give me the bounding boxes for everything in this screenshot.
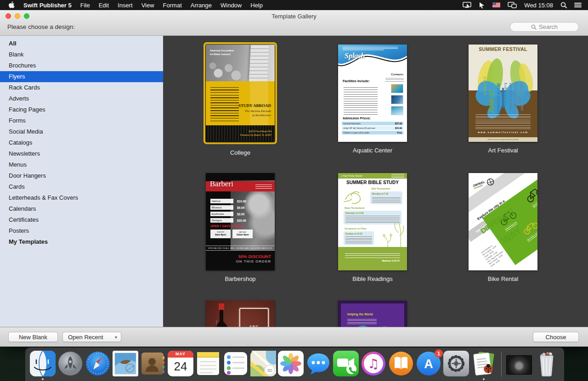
art-thumbnail[interactable]: MONDAY JUNE 17 MIDNIGHT CLUB Canterbury … — [469, 45, 537, 142]
search-icon — [531, 24, 537, 30]
dock: MAY 24 3D ♫ A 1 — [25, 347, 564, 381]
new-blank-button[interactable]: New Blank — [8, 332, 58, 342]
sidebar-item-door-hangers[interactable]: Door Hangers — [0, 170, 163, 181]
template-card-bike[interactable]: Opening hours 2WHEEL WONDER — [466, 173, 540, 282]
swift-publisher-dock-icon[interactable] — [471, 351, 497, 376]
menu-clock[interactable]: Wed 15:08 — [524, 2, 553, 9]
menu-app-name[interactable]: Swift Publisher 5 — [23, 2, 72, 9]
ibooks-dock-icon[interactable] — [388, 351, 414, 376]
notes-dock-icon[interactable] — [195, 351, 221, 376]
template-card-catering[interactable]: ABC Catering Services — [204, 301, 277, 327]
template-card-college[interactable]: American Association for Better Learners… — [204, 42, 277, 156]
displays-icon[interactable] — [508, 2, 517, 8]
launchpad-dock-icon[interactable] — [57, 351, 83, 376]
sidebar-item-menus[interactable]: Menus — [0, 159, 163, 170]
sidebar-item-blank[interactable]: Blank — [0, 49, 163, 60]
catering-thumbnail[interactable]: ABC Catering Services — [206, 301, 275, 327]
menu-edit[interactable]: Edit — [99, 2, 109, 9]
aquatic-facilities-list — [344, 85, 378, 115]
finder-dock-icon[interactable] — [30, 351, 56, 376]
maps-dock-icon[interactable]: 3D — [250, 351, 276, 376]
college-title: STUDY ABROAD — [238, 103, 271, 108]
helping-panel: Helping the World — [341, 303, 404, 327]
minimized-window-thumbnail[interactable] — [506, 351, 532, 376]
menu-arrange[interactable]: Arrange — [191, 2, 212, 9]
sidebar-item-my-templates[interactable]: My Templates — [0, 236, 163, 247]
mail-dock-icon[interactable] — [113, 351, 138, 376]
safari-dock-icon[interactable] — [85, 351, 111, 376]
college-yellow-band: STUDY ABROAD The Various Periods of Arch… — [206, 81, 275, 125]
reminders-dock-icon[interactable] — [223, 351, 249, 376]
messages-dock-icon[interactable] — [305, 351, 331, 376]
menu-bar: Swift Publisher 5 File Edit Insert View … — [0, 0, 588, 10]
sidebar-item-flyers[interactable]: Flyers — [0, 71, 163, 82]
template-card-bible[interactable]: + Holy Trinity Church SUMMER BIBLE STUDY… — [336, 173, 409, 282]
photos-dock-icon[interactable] — [278, 351, 304, 376]
sidebar-item-brochures[interactable]: Brochures — [0, 60, 163, 71]
bike-thumbnail[interactable]: Opening hours 2WHEEL WONDER — [469, 173, 537, 270]
bible-thumbnail[interactable]: + Holy Trinity Church SUMMER BIBLE STUDY… — [338, 173, 407, 270]
sidebar-item-posters[interactable]: Posters — [0, 225, 163, 236]
itunes-dock-icon[interactable]: ♫ — [361, 351, 386, 376]
svg-text:A: A — [424, 357, 433, 371]
us-flag-input-source-icon[interactable] — [492, 2, 500, 8]
art-paragraph — [475, 120, 531, 123]
menu-help[interactable]: Help — [250, 2, 263, 9]
choose-button[interactable]: Choose — [533, 332, 579, 342]
art-paragraph — [475, 125, 531, 129]
sidebar-item-certificates[interactable]: Certificates — [0, 214, 163, 225]
template-card-barbershop[interactable]: Barberi Haircut $10.00 Blowout $9.00 Eye… — [204, 173, 277, 282]
wine-bottle-graphic — [211, 303, 232, 327]
contacts-dock-icon[interactable] — [140, 351, 166, 376]
template-name-art: Art Festival — [488, 147, 518, 154]
remote-pointer-icon[interactable] — [479, 2, 485, 9]
menu-window[interactable]: Window — [220, 2, 242, 9]
choose-design-prompt: Please choose a design: — [7, 23, 75, 30]
plant-graphic — [379, 219, 406, 247]
search-input[interactable]: Search — [510, 22, 579, 32]
bible-section-2: New Testament — [345, 207, 365, 209]
trash-dock-icon[interactable] — [534, 351, 560, 376]
sidebar-item-facing-pages[interactable]: Facing Pages — [0, 104, 163, 115]
sidebar-item-all[interactable]: All — [0, 38, 163, 49]
svg-text:♫: ♫ — [368, 356, 379, 371]
sidebar-item-catalogs[interactable]: Catalogs — [0, 137, 163, 148]
bible-section-1: Old Testament — [371, 187, 390, 190]
sidebar-item-calendars[interactable]: Calendars — [0, 203, 163, 214]
apple-logo-icon[interactable] — [8, 1, 15, 9]
sidebar-item-forms[interactable]: Forms — [0, 115, 163, 126]
sidebar-item-cards[interactable]: Cards — [0, 181, 163, 192]
menu-insert[interactable]: Insert — [118, 2, 133, 9]
aquatic-admission-heading: Admission Prices: — [343, 117, 371, 120]
app-store-dock-icon[interactable]: A 1 — [416, 351, 441, 376]
menu-file[interactable]: File — [80, 2, 90, 9]
sidebar-item-letterheads[interactable]: Letterheads & Fax Covers — [0, 192, 163, 203]
menu-view[interactable]: View — [141, 2, 154, 9]
college-thumbnail[interactable]: American Association for Better Learners… — [206, 45, 275, 142]
sidebar-item-newsletters[interactable]: Newsletters — [0, 148, 163, 159]
spotlight-search-icon[interactable] — [560, 2, 567, 8]
display-mirroring-icon[interactable] — [463, 2, 471, 8]
open-recent-dropdown[interactable]: Open Recent ▾ — [62, 332, 121, 342]
barbershop-schedule-1: mon-fri 9am-8pm — [210, 230, 231, 238]
sidebar-item-social-media[interactable]: Social Media — [0, 126, 163, 137]
calendar-month: MAY — [168, 351, 193, 358]
sidebar-item-adverts[interactable]: Adverts — [0, 93, 163, 104]
template-card-art[interactable]: MONDAY JUNE 17 MIDNIGHT CLUB Canterbury … — [466, 45, 540, 154]
art-paragraph — [475, 114, 531, 118]
art-word-midnight-club: MIDNIGHT CLUB — [496, 56, 501, 116]
bike-graphic — [523, 184, 537, 204]
template-card-helping[interactable]: Helping the World — [336, 301, 409, 327]
barbershop-thumbnail[interactable]: Barberi Haircut $10.00 Blowout $9.00 Eye… — [206, 173, 275, 270]
sidebar-item-rack-cards[interactable]: Rack Cards — [0, 82, 163, 93]
helping-thumbnail[interactable]: Helping the World — [338, 301, 407, 327]
menu-format[interactable]: Format — [163, 2, 182, 9]
calendar-dock-icon[interactable]: MAY 24 — [168, 351, 193, 376]
facetime-dock-icon[interactable] — [333, 351, 359, 376]
barbershop-discount: 50% DISCOUNT — [238, 254, 271, 259]
template-card-aquatic[interactable]: Splash Aquatic Center Contacts: Faciliti… — [336, 45, 409, 154]
college-bullet-list — [210, 85, 239, 121]
aquatic-thumbnail[interactable]: Splash Aquatic Center Contacts: Faciliti… — [338, 45, 407, 142]
system-preferences-dock-icon[interactable] — [443, 351, 469, 376]
notification-center-icon[interactable] — [574, 2, 582, 8]
